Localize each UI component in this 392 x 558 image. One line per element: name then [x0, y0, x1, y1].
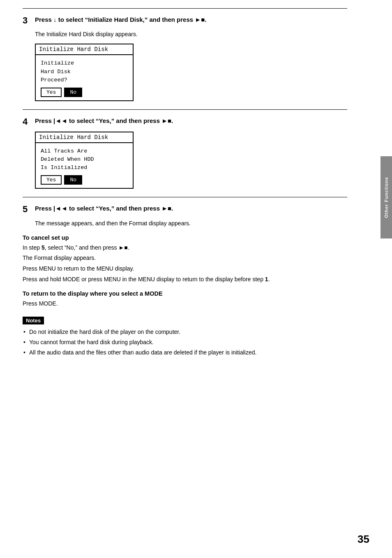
step-4-btn-no: No	[64, 175, 82, 185]
step-5-description: The message appears, and then the Format…	[35, 219, 347, 228]
side-tab-label: Other Functions	[384, 177, 389, 218]
step-3-btn-yes: Yes	[41, 88, 62, 97]
step-4-header: 4 Press |◄◄ to select “Yes,” and then pr…	[23, 116, 347, 127]
step-3-btn-no: No	[64, 88, 82, 97]
step-4-lcd-body: All Tracks AreDeleted When HDDIs Initial…	[36, 143, 133, 188]
step-4-title: Press |◄◄ to select “Yes,” and then pres…	[35, 116, 173, 125]
step-4-lcd: Initialize Hard Disk All Tracks AreDelet…	[35, 132, 134, 189]
step-3-lcd-body: InitializeHard DiskProceed? Yes No	[36, 55, 133, 100]
note-item-1: Do not initialize the hard disk of the p…	[23, 328, 347, 336]
step-5-title: Press |◄◄ to select “Yes,” and then pres…	[35, 204, 173, 213]
main-content: 3 Press ↓ to select “Initialize Hard Dis…	[0, 0, 370, 375]
step-4-lcd-text: All Tracks AreDeleted When HDDIs Initial…	[41, 147, 128, 172]
page-number: 35	[357, 533, 369, 546]
return-heading: To return to the display where you selec…	[23, 290, 347, 297]
cancel-line-1: In step 5, select “No,” and then press ►…	[23, 243, 347, 252]
notes-list: Do not initialize the hard disk of the p…	[23, 328, 347, 357]
step-3-number: 3	[23, 15, 31, 26]
step-3-title: Press ↓ to select “Initialize Hard Disk,…	[35, 15, 206, 24]
cancel-heading: To cancel set up	[23, 234, 347, 241]
notes-section: Notes Do not initialize the hard disk of…	[23, 317, 347, 357]
notes-label: Notes	[23, 317, 44, 324]
step-3-lcd-title: Initialize Hard Disk	[36, 44, 133, 55]
side-tab: Other Functions	[380, 156, 392, 238]
step-5-header: 5 Press |◄◄ to select “Yes,” and then pr…	[23, 204, 347, 215]
divider-2	[23, 109, 347, 110]
top-divider	[23, 8, 347, 9]
step-3-lcd-text: InitializeHard DiskProceed?	[41, 59, 128, 84]
cancel-line-3: Press MENU to return to the MENU display…	[23, 264, 347, 273]
note-item-3: All the audio data and the files other t…	[23, 348, 347, 357]
cancel-line-4: Press and hold MODE or press MENU in the…	[23, 275, 347, 284]
return-line: Press MODE.	[23, 299, 347, 308]
step-4-number: 4	[23, 116, 31, 127]
page-container: Other Functions 3 Press ↓ to select “Ini…	[0, 0, 392, 558]
step-3-header: 3 Press ↓ to select “Initialize Hard Dis…	[23, 15, 347, 26]
cancel-line-2: The Format display appears.	[23, 254, 347, 263]
step-4-lcd-buttons: Yes No	[41, 175, 128, 185]
step-3-description: The Initialize Hard Disk display appears…	[35, 30, 347, 39]
step-4-btn-yes: Yes	[41, 175, 62, 185]
divider-3	[23, 197, 347, 197]
note-item-2: You cannot format the hard disk during p…	[23, 338, 347, 347]
step-3-lcd-buttons: Yes No	[41, 88, 128, 97]
step-3-lcd: Initialize Hard Disk InitializeHard Disk…	[35, 44, 134, 101]
step-5-number: 5	[23, 204, 31, 215]
step-4-lcd-title: Initialize Hard Disk	[36, 132, 133, 143]
